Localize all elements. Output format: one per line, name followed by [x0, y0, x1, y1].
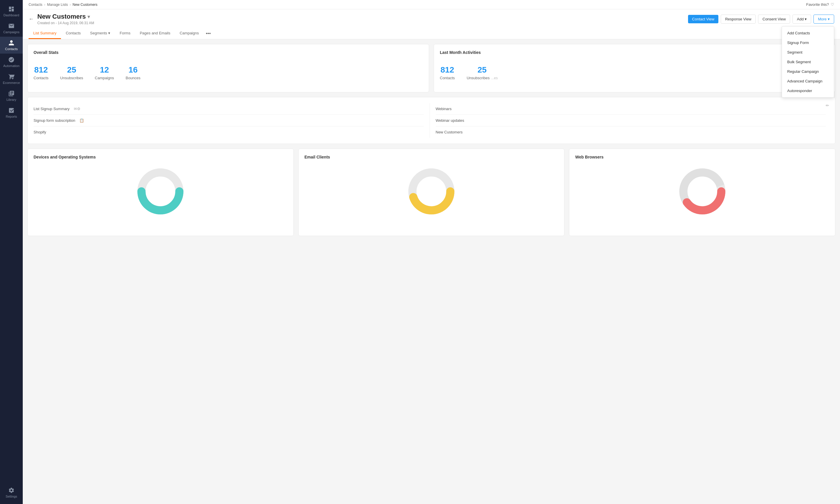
breadcrumb-bar: Contacts › Manage Lists › New Customers …	[23, 0, 840, 9]
sidebar-label-reports: Reports	[6, 115, 17, 118]
back-button[interactable]: ←	[29, 16, 34, 22]
stat-campaigns-label: Campaigns	[95, 76, 114, 80]
response-view-button[interactable]: Response View	[721, 15, 756, 23]
stat-contacts-label: Contacts	[34, 76, 48, 80]
last-month-stat-unsubscribes: 25 Unsubscribes ...es	[466, 65, 498, 80]
web-browsers-chart-card: Web Browsers	[569, 148, 835, 236]
stat-unsubscribes-value: 25	[60, 65, 83, 75]
dropdown-autoresponder[interactable]: Autoresponder	[782, 86, 834, 95]
signup-row-webinar-updates: Webinar updates	[436, 115, 826, 126]
favorite-label: Favorite this?	[806, 2, 829, 7]
sidebar-item-ecommerce[interactable]: Ecommerce	[0, 71, 23, 87]
more-button[interactable]: More ▾	[813, 15, 834, 23]
sidebar-item-automation[interactable]: Automation	[0, 54, 23, 71]
signup-summary-card: List Signup Summary ✉⚙ Signup form subsc…	[28, 97, 835, 144]
web-browsers-donut-svg	[676, 165, 728, 218]
tab-list-summary[interactable]: List Summary	[29, 28, 61, 39]
email-clients-donut-svg	[405, 165, 458, 218]
dropdown-regular-campaign[interactable]: Regular Campaign	[782, 67, 834, 76]
devices-donut-svg	[134, 165, 187, 218]
stat-contacts-value: 812	[34, 65, 48, 75]
header-top: ← New Customers ▾ Created on - 14 Aug 20…	[29, 13, 834, 25]
sidebar-label-campaigns: Campaigns	[3, 30, 19, 34]
tab-more-dots[interactable]: •••	[204, 28, 213, 39]
dropdown-segment[interactable]: Segment	[782, 48, 834, 57]
signup-row-shopify: Shopify	[34, 126, 424, 138]
signup-form-sub-label: Signup form subscription	[34, 118, 75, 123]
last-month-stat-contacts: 812 Contacts	[440, 65, 455, 80]
breadcrumb-sep-1: ›	[44, 3, 45, 7]
more-dropdown-arrow: ▾	[828, 17, 830, 21]
form-icon: 📋	[79, 118, 84, 123]
dropdown-advanced-campaign[interactable]: Advanced Campaign	[782, 76, 834, 86]
last-month-contacts-label: Contacts	[440, 76, 455, 80]
title-dropdown-icon[interactable]: ▾	[87, 14, 90, 19]
stat-unsubscribes: 25 Unsubscribes	[60, 65, 83, 80]
add-dropdown-icon: ▾	[805, 17, 807, 21]
sidebar-item-settings[interactable]: Settings	[0, 484, 23, 501]
tab-campaigns[interactable]: Campaigns	[175, 28, 204, 39]
signup-row-webinars: Webinars	[436, 103, 826, 115]
web-browsers-donut	[575, 162, 829, 220]
last-month-unsub-label: Unsubscribes	[466, 76, 490, 80]
stat-campaigns-value: 12	[95, 65, 114, 75]
page-header: ← New Customers ▾ Created on - 14 Aug 20…	[23, 9, 840, 39]
page-title-text: New Customers	[37, 13, 86, 20]
main-content: Contacts › Manage Lists › New Customers …	[23, 0, 840, 504]
signup-section: List Signup Summary ✉⚙ Signup form subsc…	[34, 103, 826, 138]
sidebar-item-contacts[interactable]: Contacts	[0, 37, 23, 54]
dropdown-signup-form[interactable]: Signup Form	[782, 38, 834, 48]
email-clients-chart-title: Email Clients	[305, 155, 559, 159]
devices-donut	[34, 162, 288, 220]
header-left: ← New Customers ▾ Created on - 14 Aug 20…	[29, 13, 94, 25]
stat-campaigns: 12 Campaigns	[95, 65, 114, 80]
web-browsers-chart-title: Web Browsers	[575, 155, 829, 159]
breadcrumb-sep-2: ›	[70, 3, 71, 7]
sidebar-item-campaigns[interactable]: Campaigns	[0, 20, 23, 37]
shopify-label: Shopify	[34, 130, 46, 134]
more-button-label: More	[818, 17, 827, 21]
tab-contacts[interactable]: Contacts	[61, 28, 85, 39]
sidebar: Dashboard Campaigns Contacts Automation …	[0, 0, 23, 504]
list-signup-summary-label: List Signup Summary	[34, 107, 70, 111]
webinar-updates-label: Webinar updates	[436, 118, 464, 123]
consent-view-button[interactable]: Consent View	[758, 15, 790, 23]
add-button[interactable]: Add ▾	[792, 15, 811, 23]
last-month-card: Last Month Activities 6:49 AM ↻ ‹ › 812 …	[434, 44, 835, 92]
tab-segments[interactable]: Segments ▾	[85, 28, 115, 39]
new-customers-label: New Customers	[436, 130, 463, 134]
sidebar-label-automation: Automation	[3, 64, 19, 68]
dropdown-add-contacts[interactable]: Add Contacts	[782, 28, 834, 38]
breadcrumb-contacts[interactable]: Contacts	[29, 3, 42, 7]
favorite-button[interactable]: Favorite this? ♡	[806, 2, 834, 7]
breadcrumb-manage-lists[interactable]: Manage Lists	[47, 3, 68, 7]
signup-content: List Signup Summary ✉⚙ Signup form subsc…	[34, 103, 829, 138]
title-area: New Customers ▾ Created on - 14 Aug 2019…	[37, 13, 94, 25]
charts-row: Devices and Operating Systems Email Clie…	[28, 148, 835, 236]
signup-row-new-customers: New Customers	[436, 126, 826, 138]
sidebar-item-dashboard[interactable]: Dashboard	[0, 3, 23, 20]
sidebar-item-library[interactable]: Library	[0, 87, 23, 104]
tab-forms[interactable]: Forms	[115, 28, 135, 39]
tab-pages-emails[interactable]: Pages and Emails	[135, 28, 175, 39]
signup-row-summary: List Signup Summary ✉⚙	[34, 103, 424, 115]
signup-row-subscription: Signup form subscription 📋	[34, 115, 424, 126]
overall-stats-card: Overall Stats 812 Contacts 25 Unsubscrib…	[28, 44, 429, 92]
sidebar-label-ecommerce: Ecommerce	[3, 81, 20, 85]
webinars-label: Webinars	[436, 107, 452, 111]
overall-stats-grid: 812 Contacts 25 Unsubscribes 12 Campaign…	[34, 59, 423, 86]
email-clients-chart-card: Email Clients	[298, 148, 565, 236]
sidebar-item-reports[interactable]: Reports	[0, 104, 23, 121]
edit-icon[interactable]: ✏	[826, 103, 829, 108]
breadcrumb: Contacts › Manage Lists › New Customers	[29, 3, 98, 7]
stat-unsubscribes-label: Unsubscribes	[60, 76, 83, 80]
tab-bar: List Summary Contacts Segments ▾ Forms P…	[29, 28, 834, 39]
dropdown-bulk-segment[interactable]: Bulk Segment	[782, 57, 834, 67]
last-month-contacts-value: 812	[440, 65, 455, 75]
more-dropdown-menu: Add Contacts Signup Form Segment Bulk Se…	[782, 26, 834, 97]
contact-view-button[interactable]: Contact View	[688, 15, 718, 23]
email-settings-icon: ✉⚙	[74, 107, 81, 111]
signup-left: List Signup Summary ✉⚙ Signup form subsc…	[34, 103, 430, 138]
page-subtitle: Created on - 14 Aug 2019, 06:31 AM	[37, 21, 94, 25]
breadcrumb-current: New Customers	[73, 3, 98, 7]
